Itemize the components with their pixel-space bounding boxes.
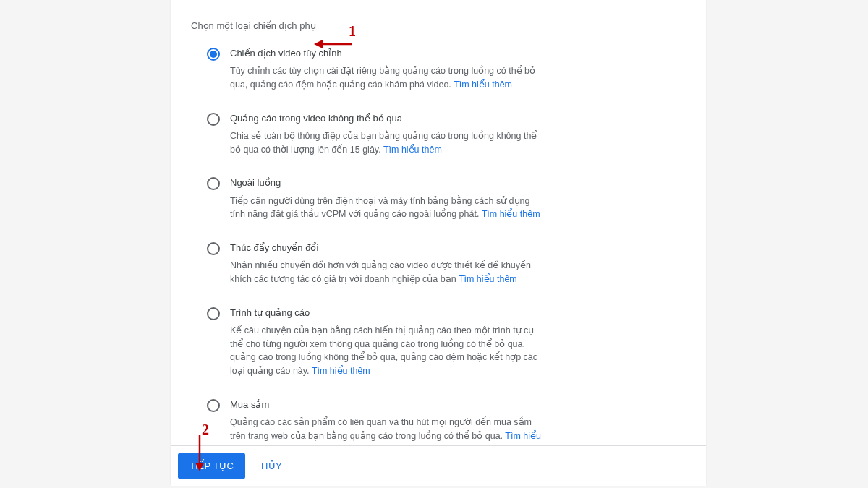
learn-more-link[interactable]: Tìm hiểu thêm [454,80,512,90]
option-non-skippable[interactable]: Quảng cáo trong video không thể bỏ qua C… [207,112,686,157]
option-ad-sequence[interactable]: Trình tự quảng cáo Kể câu chuyện của bạn… [207,307,686,378]
radio-icon[interactable] [207,48,220,61]
option-drive-conversions[interactable]: Thúc đẩy chuyển đổi Nhận nhiều chuyển đổ… [207,241,686,286]
section-title: Chọn một loại chiến dịch phụ [191,20,686,31]
option-title: Trình tự quảng cáo [230,307,541,320]
radio-icon[interactable] [207,242,220,255]
radio-icon[interactable] [207,307,220,320]
learn-more-link[interactable]: Tìm hiểu thêm [312,366,370,376]
radio-icon[interactable] [207,177,220,190]
footer-bar: TIẾP TỤC HỦY [171,445,706,486]
radio-icon[interactable] [207,113,220,126]
option-title: Mua sắm [230,398,541,411]
option-outstream[interactable]: Ngoài luồng Tiếp cận người dùng trên điệ… [207,176,686,221]
option-desc: Tùy chỉnh các tùy chọn cài đặt riêng bằn… [230,64,541,92]
option-desc: Chia sẻ toàn bộ thông điệp của bạn bằng … [230,129,541,157]
option-title: Ngoài luồng [230,176,541,189]
option-desc: Nhận nhiều chuyển đổi hơn với quảng cáo … [230,259,541,286]
campaign-subtype-card: Chọn một loại chiến dịch phụ Chiến dịch … [171,0,706,485]
svg-marker-3 [195,463,204,471]
option-title: Quảng cáo trong video không thể bỏ qua [230,112,541,125]
radio-icon[interactable] [207,399,220,412]
learn-more-link[interactable]: Tìm hiểu thêm [459,274,517,284]
option-desc: Kể câu chuyện của bạn bằng cách hiển thị… [230,324,541,378]
option-title: Chiến dịch video tùy chỉnh [230,47,541,60]
option-desc: Tiếp cận người dùng trên điện thoại và m… [230,194,541,222]
learn-more-link[interactable]: Tìm hiểu thêm [383,145,442,155]
option-custom-video[interactable]: Chiến dịch video tùy chỉnh Tùy chỉnh các… [207,47,686,92]
continue-button[interactable]: TIẾP TỤC [178,453,245,479]
option-title: Thúc đẩy chuyển đổi [230,241,541,254]
arrow-icon [314,38,352,51]
cancel-button[interactable]: HỦY [261,461,282,471]
options-list: Chiến dịch video tùy chỉnh Tùy chỉnh các… [191,47,686,456]
learn-more-link[interactable]: Tìm hiểu thêm [482,209,540,219]
arrow-icon [193,435,206,471]
svg-marker-1 [314,40,323,48]
